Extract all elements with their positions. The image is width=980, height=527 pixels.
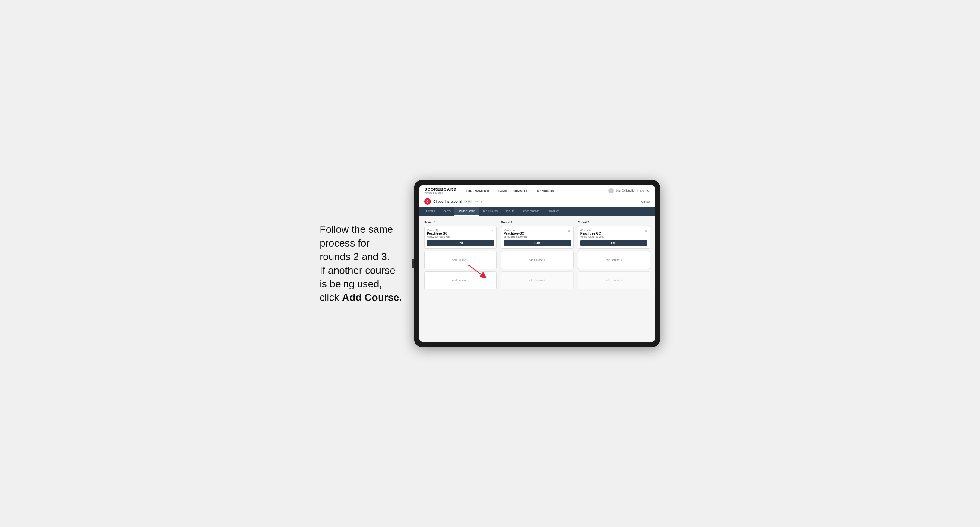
tab-course-setup[interactable]: Course Setup — [454, 207, 479, 216]
round-1-add-course-label-2: Add Course — [452, 279, 466, 282]
tab-teams[interactable]: Teams — [438, 207, 454, 216]
round-1-add-course-2[interactable]: Add Course + — [424, 271, 496, 289]
instruction-text: Follow the same process for rounds 2 and… — [320, 222, 402, 304]
round-2-edit-button[interactable]: Edit — [504, 240, 571, 246]
nav-link-committee[interactable]: COMMITTEE — [512, 188, 532, 194]
round-3-add-course-plus-1: + — [620, 258, 622, 262]
round-3-course-detail: Yellow (M) (6629 yds) — [581, 235, 604, 238]
gender-badge: Men — [464, 200, 472, 203]
page-wrapper: Follow the same process for rounds 2 and… — [280, 180, 700, 347]
round-2-add-course-2[interactable]: Add Course + — [501, 271, 573, 289]
round-2-add-course-plus-1: + — [544, 258, 546, 262]
round-2-column: Round 2 (Course A) Peachtree GC Yellow (… — [501, 221, 573, 292]
content: Round 1 (Course A) Peachtree GC Yellow (… — [419, 216, 655, 342]
round-3-add-course-1[interactable]: Add Course + — [578, 251, 650, 269]
tab-leaderboards[interactable]: Leaderboards — [518, 207, 543, 216]
round-3-course-name: Peachtree GC — [581, 232, 604, 235]
round-1-delete-button[interactable]: × — [491, 229, 494, 233]
tablet-side-button — [412, 259, 414, 268]
sub-header: C Clippd Invitational Men Hosting Cancel — [419, 196, 655, 207]
round-2-course-name: Peachtree GC — [504, 232, 527, 235]
sign-out-link[interactable]: Sign out — [640, 189, 650, 192]
top-nav: SCOREBOARD Powered by clippl TOURNAMENTS… — [419, 185, 655, 196]
logo-main: SCOREBOARD — [424, 187, 457, 192]
round-2-label: Round 2 — [501, 221, 573, 224]
round-2-course-detail: Yellow (M) (6629 yds) — [504, 235, 527, 238]
tab-tee-groups[interactable]: Tee Groups — [479, 207, 501, 216]
round-1-add-course-label-1: Add Course — [452, 259, 466, 262]
round-2-course-tag: (Course A) — [504, 229, 527, 232]
round-2-delete-button[interactable]: × — [568, 229, 571, 233]
tab-results[interactable]: Results — [501, 207, 518, 216]
round-1-course-header: (Course A) Peachtree GC Yellow (M) (6629… — [427, 229, 494, 238]
user-email: blair@clippd.io — [616, 189, 635, 192]
round-1-add-course-plus-2: + — [467, 278, 469, 283]
nav-links: TOURNAMENTS TEAMS COMMITTEE RANKINGS — [466, 188, 602, 194]
nav-user: blair@clippd.io | Sign out — [608, 188, 650, 194]
tab-details[interactable]: Details — [422, 207, 438, 216]
round-3-column: Round 3 (Course A) Peachtree GC Yellow (… — [578, 221, 650, 292]
round-3-add-course-plus-2: + — [620, 278, 622, 283]
tabs-bar: Details Teams Course Setup Tee Groups Re… — [419, 207, 655, 216]
nav-link-tournaments[interactable]: TOURNAMENTS — [466, 188, 490, 194]
round-2-course-card: (Course A) Peachtree GC Yellow (M) (6629… — [501, 226, 573, 249]
round-2-course-header: (Course A) Peachtree GC Yellow (M) (6629… — [504, 229, 571, 238]
round-1-course-detail: Yellow (M) (6629 yds) — [427, 235, 450, 238]
round-1-edit-button[interactable]: Edit — [427, 240, 494, 246]
add-course-emphasis: Add Course. — [342, 292, 402, 303]
round-2-add-course-plus-2: + — [544, 278, 546, 283]
tablet-screen: SCOREBOARD Powered by clippl TOURNAMENTS… — [419, 185, 655, 342]
cancel-button[interactable]: Cancel — [641, 200, 650, 203]
user-avatar — [608, 188, 614, 194]
round-1-add-course-plus-1: + — [467, 258, 469, 262]
round-3-delete-button[interactable]: × — [644, 229, 648, 233]
round-3-label: Round 3 — [578, 221, 650, 224]
round-3-course-card: (Course A) Peachtree GC Yellow (M) (6629… — [578, 226, 650, 249]
tablet-screen-inner: SCOREBOARD Powered by clippl TOURNAMENTS… — [419, 185, 655, 342]
round-3-edit-button[interactable]: Edit — [581, 240, 648, 246]
round-2-add-course-1[interactable]: Add Course + — [501, 251, 573, 269]
tournament-logo: C — [424, 198, 431, 205]
rounds-grid: Round 1 (Course A) Peachtree GC Yellow (… — [424, 221, 650, 292]
round-3-course-tag: (Course A) — [581, 229, 604, 232]
round-1-course-tag: (Course A) — [427, 229, 450, 232]
round-1-course-card: (Course A) Peachtree GC Yellow (M) (6629… — [424, 226, 496, 249]
tab-printables[interactable]: Printables — [543, 207, 563, 216]
nav-link-teams[interactable]: TEAMS — [496, 188, 507, 194]
round-1-add-course-1[interactable]: Add Course + — [424, 251, 496, 269]
hosting-badge: Hosting — [474, 200, 483, 203]
round-3-add-course-label-1: Add Course — [605, 259, 619, 262]
tournament-logo-letter: C — [426, 200, 429, 203]
scoreboard-logo: SCOREBOARD Powered by clippl — [424, 187, 457, 194]
round-1-label: Round 1 — [424, 221, 496, 224]
logo-sub: Powered by clippl — [424, 192, 457, 194]
round-1-course-info: (Course A) Peachtree GC Yellow (M) (6629… — [427, 229, 450, 238]
tournament-name: Clippd Invitational — [433, 200, 462, 203]
round-3-course-info: (Course A) Peachtree GC Yellow (M) (6629… — [581, 229, 604, 238]
nav-separator: | — [637, 189, 638, 192]
round-2-course-info: (Course A) Peachtree GC Yellow (M) (6629… — [504, 229, 527, 238]
round-3-add-course-label-2: Add Course — [605, 279, 619, 282]
nav-link-rankings[interactable]: RANKINGS — [537, 188, 554, 194]
round-1-column: Round 1 (Course A) Peachtree GC Yellow (… — [424, 221, 496, 292]
round-1-course-name: Peachtree GC — [427, 232, 450, 235]
round-2-add-course-label-2: Add Course — [529, 279, 542, 282]
round-3-add-course-2[interactable]: Add Course + — [578, 271, 650, 289]
tablet-frame: SCOREBOARD Powered by clippl TOURNAMENTS… — [414, 180, 660, 347]
round-3-course-header: (Course A) Peachtree GC Yellow (M) (6629… — [581, 229, 648, 238]
round-2-add-course-label-1: Add Course — [529, 259, 542, 262]
